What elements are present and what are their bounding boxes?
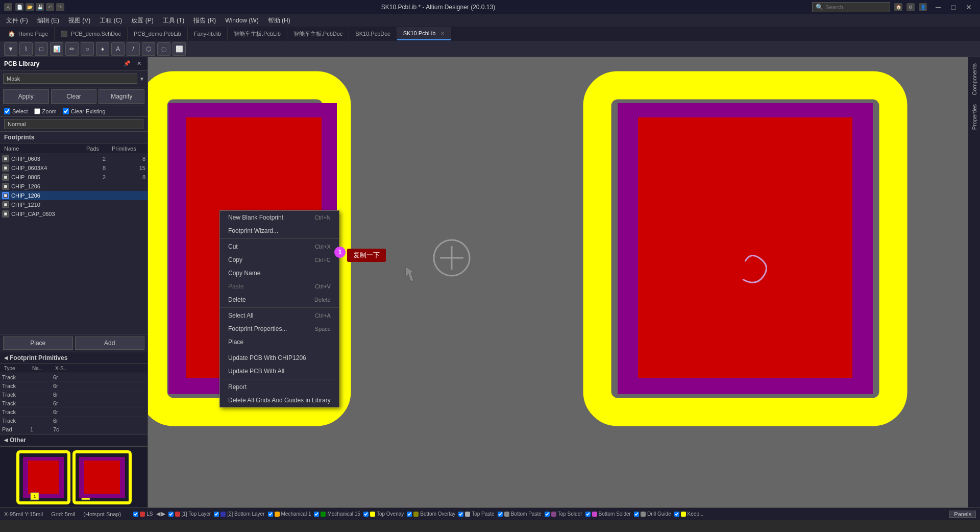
- undo-icon[interactable]: ↶: [46, 3, 54, 11]
- sidebar-tab-components[interactable]: Components: [969, 59, 979, 99]
- close-button[interactable]: ✕: [962, 0, 976, 14]
- place-button[interactable]: Place: [3, 336, 73, 350]
- open-icon[interactable]: 📂: [26, 3, 34, 11]
- ctx-delete[interactable]: Delete Delete: [220, 293, 339, 306]
- layer-bottom-solder-checkbox[interactable]: [585, 512, 591, 517]
- settings-icon[interactable]: ⚙: [906, 3, 915, 11]
- circle-tool[interactable]: ○: [81, 42, 94, 56]
- tab-pcb-schdoc[interactable]: ⬛ PCB_demo.SchDoc: [55, 27, 128, 40]
- menu-project[interactable]: 工程 (C): [95, 14, 126, 27]
- layer-bottom[interactable]: [2] Bottom Layer: [214, 511, 264, 517]
- layer-top-overlay-checkbox[interactable]: [363, 512, 369, 517]
- add-button[interactable]: Add: [75, 336, 145, 350]
- layer-ls-checkbox[interactable]: [133, 512, 138, 517]
- layer-top-solder-checkbox[interactable]: [545, 512, 550, 517]
- tab-sk10-pcbdoc[interactable]: SK10.PcbDoc: [349, 27, 397, 40]
- pin-tool[interactable]: ♦: [96, 42, 109, 56]
- select-checkbox[interactable]: [4, 108, 10, 114]
- panels-button[interactable]: Panels: [949, 511, 976, 518]
- menu-window[interactable]: Window (W): [221, 14, 262, 27]
- layer-prev-icon[interactable]: ◀: [156, 511, 160, 517]
- new-icon[interactable]: 📄: [15, 3, 23, 11]
- clear-button[interactable]: Clear: [51, 89, 97, 104]
- fp-item-chip1206-selected[interactable]: 🔲 CHIP_1206: [0, 191, 148, 200]
- home-icon[interactable]: 🏠: [894, 3, 902, 11]
- layer-top[interactable]: [1] Top Layer: [168, 511, 211, 517]
- tab-pcb-pcblib[interactable]: PCB_demo.PcbLib: [128, 27, 188, 40]
- layer-bottom-solder[interactable]: Bottom Solder: [585, 511, 631, 517]
- clear-existing-check[interactable]: Clear Existing: [63, 108, 106, 114]
- region-tool[interactable]: ⬜: [173, 42, 186, 56]
- pencil-tool[interactable]: ✏: [65, 42, 79, 56]
- ctx-cut[interactable]: Cut Ctrl+X: [220, 240, 339, 253]
- fp-item-chip-cap0603[interactable]: 🔲 CHIP_CAP_0603: [0, 209, 148, 219]
- layer-top-checkbox[interactable]: [168, 512, 174, 517]
- layer-mech1-checkbox[interactable]: [268, 512, 273, 517]
- select-check[interactable]: Select: [4, 108, 28, 114]
- layer-top-paste-checkbox[interactable]: [458, 512, 463, 517]
- tab-smart-pcbdoc[interactable]: 智能车主板.PcbDoc: [287, 27, 350, 40]
- ctx-select-all[interactable]: Select All Ctrl+A: [220, 309, 339, 322]
- prim-item-track2[interactable]: Track 6r: [0, 382, 148, 391]
- other-header[interactable]: ◀ Other: [0, 434, 148, 446]
- panel-pin-icon[interactable]: 📌: [121, 59, 133, 68]
- tab-home[interactable]: 🏠 Home Page: [2, 27, 55, 40]
- fp-item-chip0603[interactable]: 🔲 CHIP_0603 2 8: [0, 154, 148, 163]
- tab-fany-lib[interactable]: Fany-lib.lib: [188, 27, 228, 40]
- search-input[interactable]: [825, 4, 887, 10]
- layer-ls[interactable]: LS: [133, 511, 153, 517]
- layer-drill-guide-checkbox[interactable]: [634, 512, 639, 517]
- line-tool[interactable]: /: [127, 42, 140, 56]
- ctx-update-pcb-chip1206[interactable]: Update PCB With CHIP1206: [220, 351, 339, 365]
- layer-top-paste[interactable]: Top Paste: [458, 511, 494, 517]
- menu-view[interactable]: 视图 (V): [64, 14, 94, 27]
- layer-bottom-checkbox[interactable]: [214, 512, 219, 517]
- ctx-place[interactable]: Place: [220, 335, 339, 349]
- arc-tool[interactable]: ◌: [157, 42, 170, 56]
- save-icon[interactable]: 💾: [36, 3, 44, 11]
- menu-place[interactable]: 放置 (P): [127, 14, 157, 27]
- filter-tool[interactable]: ▼: [4, 42, 17, 56]
- fp-item-chip0603x4[interactable]: 🔲 CHIP_0603X4 8 15: [0, 163, 148, 173]
- mask-dropdown[interactable]: Mask: [3, 74, 137, 84]
- menu-tools[interactable]: 工具 (T): [159, 14, 189, 27]
- zoom-check[interactable]: Zoom: [34, 108, 57, 114]
- search-box[interactable]: 🔍: [812, 2, 890, 12]
- tab-smart-pcblib[interactable]: 智能车主板.PcbLib: [228, 27, 287, 40]
- primitives-header[interactable]: ◀ Footprint Primitives: [0, 352, 148, 364]
- layer-top-solder[interactable]: Top Solder: [545, 511, 582, 517]
- layer-bottom-paste[interactable]: Bottom Paste: [498, 511, 542, 517]
- minimize-button[interactable]: ─: [931, 0, 945, 14]
- normal-dropdown[interactable]: Normal: [4, 119, 143, 129]
- prim-item-pad1[interactable]: Pad 1 7c: [0, 425, 148, 434]
- ctx-footprint-properties[interactable]: Footprint Properties... Space: [220, 322, 339, 335]
- ctx-copy[interactable]: Copy Ctrl+C: [220, 253, 339, 267]
- ctx-footprint-wizard[interactable]: Footprint Wizard...: [220, 224, 339, 237]
- canvas-area[interactable]: New Blank Footprint Ctrl+N Footprint Wiz…: [148, 57, 968, 507]
- zoom-checkbox[interactable]: [34, 108, 40, 114]
- layer-next-icon[interactable]: ▶: [161, 511, 165, 517]
- prim-item-track4[interactable]: Track 6r: [0, 399, 148, 408]
- prim-item-track6[interactable]: Track 6r: [0, 417, 148, 425]
- layer-drill-guide[interactable]: Drill Guide: [634, 511, 671, 517]
- layer-mech15-checkbox[interactable]: [314, 512, 319, 517]
- layer-keep[interactable]: Keep...: [674, 511, 704, 517]
- text-tool[interactable]: A: [111, 42, 125, 56]
- menu-help[interactable]: 帮助 (H): [264, 14, 295, 27]
- ctx-update-pcb-all[interactable]: Update PCB With All: [220, 365, 339, 378]
- user-icon[interactable]: 👤: [919, 3, 927, 11]
- ctx-report[interactable]: Report: [220, 380, 339, 394]
- prim-item-track3[interactable]: Track 6r: [0, 391, 148, 399]
- prim-item-track1[interactable]: Track 6r: [0, 373, 148, 382]
- layer-bottom-overlay[interactable]: Bottom Overlay: [407, 511, 455, 517]
- menu-edit[interactable]: 编辑 (E): [33, 14, 63, 27]
- ctx-delete-grids[interactable]: Delete All Grids And Guides in Library: [220, 394, 339, 407]
- menu-report[interactable]: 报告 (R): [189, 14, 220, 27]
- prim-item-track5[interactable]: Track 6r: [0, 408, 148, 417]
- tab-close-icon[interactable]: ✕: [440, 31, 445, 36]
- redo-icon[interactable]: ↷: [56, 3, 64, 11]
- rect-tool[interactable]: □: [35, 42, 48, 56]
- maximize-button[interactable]: □: [946, 0, 961, 14]
- shape-tool[interactable]: ⬡: [142, 42, 155, 56]
- ctx-copy-name[interactable]: Copy Name: [220, 267, 339, 280]
